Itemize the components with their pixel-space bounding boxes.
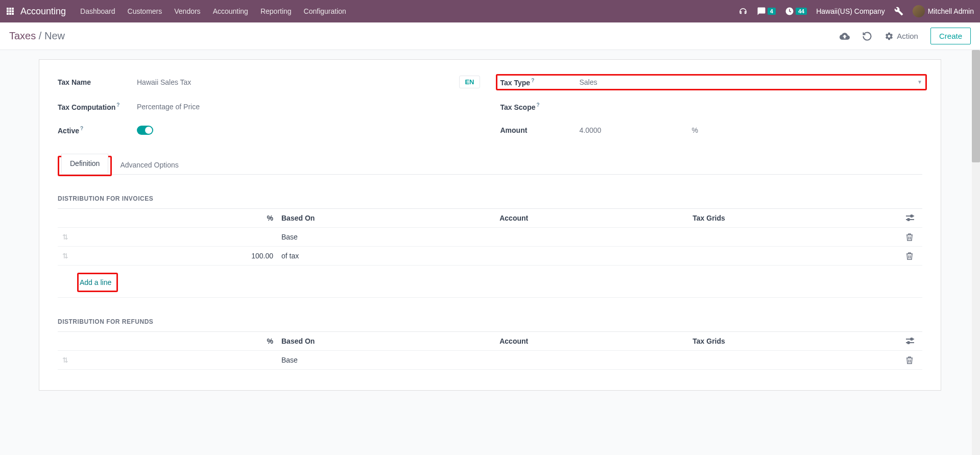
col-account[interactable]: Account: [495, 208, 688, 227]
scrollbar-thumb[interactable]: [972, 50, 980, 162]
delete-row-icon[interactable]: [902, 227, 922, 246]
help-icon[interactable]: ?: [531, 78, 534, 83]
action-menu[interactable]: Action: [885, 32, 918, 41]
invoices-table: % Based On Account Tax Grids ⇅ Base ⇅ 10…: [58, 208, 922, 298]
nav-reporting[interactable]: Reporting: [260, 7, 292, 15]
chevron-down-icon: ▼: [917, 79, 922, 85]
nav-configuration[interactable]: Configuration: [304, 7, 346, 15]
columns-options-icon[interactable]: [902, 331, 922, 350]
col-grids[interactable]: Tax Grids: [688, 331, 902, 350]
svg-point-17: [907, 342, 910, 344]
tax-name-field[interactable]: Hawaii Sales Tax: [137, 78, 459, 86]
activities-badge: 44: [796, 8, 807, 15]
refunds-table: % Based On Account Tax Grids ⇅ Base: [58, 331, 922, 370]
col-account[interactable]: Account: [495, 331, 688, 350]
col-based-on[interactable]: Based On: [277, 208, 495, 227]
nav-accounting[interactable]: Accounting: [213, 7, 248, 15]
table-row[interactable]: ⇅ 100.00 of tax: [58, 246, 922, 265]
col-pct[interactable]: %: [73, 208, 277, 227]
svg-rect-8: [12, 13, 14, 15]
breadcrumb-current: New: [44, 30, 65, 41]
amount-field[interactable]: 4.0000: [580, 126, 682, 134]
drag-handle-icon[interactable]: ⇅: [58, 246, 73, 265]
add-line-link[interactable]: Add a line: [79, 274, 116, 291]
svg-rect-4: [9, 10, 11, 12]
tax-scope-label: Tax Scope?: [500, 102, 580, 111]
drag-handle-icon[interactable]: ⇅: [58, 350, 73, 369]
action-label: Action: [897, 32, 918, 40]
save-cloud-icon[interactable]: [840, 31, 850, 41]
avatar: [913, 5, 925, 17]
help-icon[interactable]: ?: [116, 102, 119, 108]
refunds-section-title: DISTRIBUTION FOR REFUNDS: [58, 318, 922, 325]
tax-computation-select[interactable]: Percentage of Price: [137, 103, 480, 111]
discard-icon[interactable]: [862, 31, 872, 41]
delete-row-icon[interactable]: [902, 350, 922, 369]
breadcrumb: Taxes / New: [9, 30, 65, 42]
svg-rect-5: [12, 10, 14, 12]
active-label: Active?: [58, 126, 137, 135]
nav-vendors[interactable]: Vendors: [174, 7, 200, 15]
help-icon[interactable]: ?: [80, 126, 83, 131]
svg-rect-1: [9, 8, 11, 10]
user-name: Mitchell Admin: [928, 7, 974, 15]
amount-label: Amount: [500, 126, 580, 134]
table-row[interactable]: ⇅ Base: [58, 350, 922, 369]
svg-point-15: [911, 338, 913, 340]
lang-button[interactable]: EN: [459, 76, 480, 88]
company-selector[interactable]: Hawaii(US) Company: [816, 7, 885, 15]
tax-type-label: Tax Type?: [500, 78, 580, 87]
breadcrumb-root[interactable]: Taxes: [9, 30, 36, 41]
debug-icon[interactable]: [894, 7, 903, 16]
col-grids[interactable]: Tax Grids: [688, 208, 902, 227]
nav-customers[interactable]: Customers: [128, 7, 162, 15]
svg-point-11: [911, 215, 913, 217]
delete-row-icon[interactable]: [902, 246, 922, 265]
svg-rect-6: [7, 13, 9, 15]
tax-type-select[interactable]: Sales ▼: [580, 78, 923, 86]
invoices-section-title: DISTRIBUTION FOR INVOICES: [58, 195, 922, 202]
active-toggle[interactable]: [137, 126, 153, 135]
messages-badge: 4: [768, 8, 776, 15]
app-title[interactable]: Accounting: [20, 6, 66, 17]
tab-definition[interactable]: Definition: [61, 154, 108, 173]
create-button[interactable]: Create: [930, 28, 971, 44]
user-menu[interactable]: Mitchell Admin: [913, 5, 974, 17]
tax-computation-label: Tax Computation?: [58, 102, 137, 111]
activities-icon[interactable]: 44: [785, 7, 807, 16]
form-sheet: Tax Name Hawaii Sales Tax EN Tax Type? S…: [39, 59, 941, 391]
svg-rect-3: [7, 10, 9, 12]
table-row[interactable]: ⇅ Base: [58, 227, 922, 246]
svg-rect-7: [9, 13, 11, 15]
svg-rect-2: [12, 8, 14, 10]
voip-icon[interactable]: [738, 7, 748, 16]
col-based-on[interactable]: Based On: [277, 331, 495, 350]
vertical-scrollbar[interactable]: [972, 50, 980, 455]
nav-dashboard[interactable]: Dashboard: [80, 7, 115, 15]
apps-icon[interactable]: [6, 7, 14, 15]
tax-name-label: Tax Name: [58, 78, 137, 86]
tab-advanced[interactable]: Advanced Options: [112, 156, 186, 174]
amount-unit: %: [692, 126, 698, 134]
help-icon[interactable]: ?: [537, 102, 540, 108]
messages-icon[interactable]: 4: [757, 7, 776, 16]
columns-options-icon[interactable]: [902, 208, 922, 227]
drag-handle-icon[interactable]: ⇅: [58, 227, 73, 246]
col-pct[interactable]: %: [73, 331, 277, 350]
svg-rect-0: [7, 8, 9, 10]
svg-point-13: [907, 219, 910, 221]
